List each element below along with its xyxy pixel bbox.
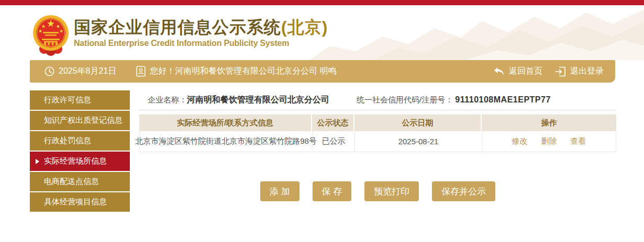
title-region-text: (北京) bbox=[281, 18, 328, 37]
col-header-status: 公示状态 bbox=[312, 114, 354, 131]
site-header: 国家企业信用信息公示系统(北京) National Enterprise Cre… bbox=[0, 5, 644, 60]
delete-link[interactable]: 删除 bbox=[541, 136, 557, 146]
sidebar-item-label: 知识产权出质登记信息 bbox=[44, 116, 123, 125]
page-title: 国家企业信用信息公示系统(北京) bbox=[74, 17, 328, 38]
title-cn-text: 国家企业信用信息公示系统 bbox=[74, 18, 281, 37]
company-name-label: 企业名称： bbox=[148, 95, 187, 105]
sidebar-item-ip-pledge[interactable]: 知识产权出质登记信息 bbox=[30, 111, 130, 130]
date-group: 2025年8月21日 bbox=[45, 66, 116, 77]
credit-code-group: 统一社会信用代码/注册号： 91110108MAE1EPTP77 bbox=[357, 95, 551, 105]
user-bar: 2025年8月21日 您好！河南明和餐饮管理有限公司北京分公司 明鸣 返回首页 bbox=[30, 60, 615, 83]
logout-label: 退出登录 bbox=[570, 66, 604, 77]
company-name-value: 河南明和餐饮管理有限公司北京分公司 bbox=[187, 95, 329, 106]
sidebar-item-label: 具体经营项目信息 bbox=[44, 197, 107, 207]
sidebar-item-label: 实际经营场所信息 bbox=[44, 156, 107, 166]
top-red-strip bbox=[0, 0, 644, 5]
back-home-link[interactable]: 返回首页 bbox=[493, 66, 542, 77]
company-info-row: 企业名称： 河南明和餐饮管理有限公司北京分公司 统一社会信用代码/注册号： 91… bbox=[139, 90, 616, 110]
add-button[interactable]: 添 加 bbox=[260, 181, 299, 201]
logout-link[interactable]: 退出登录 bbox=[555, 66, 604, 77]
sidebar-item-administrative-license[interactable]: 行政许可信息 bbox=[30, 90, 130, 110]
sidebar-item-ecommerce-delivery[interactable]: 电商配送点信息 bbox=[30, 172, 130, 191]
save-and-publish-button[interactable]: 保存并公示 bbox=[432, 181, 495, 201]
save-button[interactable]: 保 存 bbox=[313, 181, 352, 201]
col-header-date: 公示日期 bbox=[354, 114, 482, 131]
sidebar-item-specific-business[interactable]: 具体经营项目信息 bbox=[30, 192, 130, 212]
premises-table: 实际经营场所/联系方式信息 公示状态 公示日期 操作 北京市海淀区紫竹院街道北京… bbox=[139, 114, 616, 152]
greeting-group: 您好！河南明和餐饮管理有限公司北京分公司 明鸣 bbox=[136, 66, 336, 77]
table-row: 北京市海淀区紫竹院街道北京市海淀区紫竹院路98号 已公示 2025-08-21 … bbox=[139, 131, 616, 152]
main-content: 企业名称： 河南明和餐饮管理有限公司北京分公司 统一社会信用代码/注册号： 91… bbox=[139, 90, 616, 201]
triangle-right-icon bbox=[36, 159, 39, 164]
cell-date: 2025-08-21 bbox=[355, 131, 482, 152]
sidebar-item-administrative-penalty[interactable]: 行政处罚信息 bbox=[30, 131, 130, 151]
current-date: 2025年8月21日 bbox=[59, 66, 116, 77]
edit-link[interactable]: 修改 bbox=[512, 136, 528, 146]
national-emblem-logo bbox=[32, 14, 69, 57]
col-header-premises: 实际经营场所/联系方式信息 bbox=[139, 114, 312, 131]
site-title-block: 国家企业信用信息公示系统(北京) National Enterprise Cre… bbox=[74, 17, 328, 48]
page: 国家企业信用信息公示系统(北京) National Enterprise Cre… bbox=[0, 0, 644, 242]
sidebar-menu: 行政许可信息 知识产权出质登记信息 行政处罚信息 实际经营场所信息 电商配送点信… bbox=[30, 90, 130, 213]
logout-icon bbox=[555, 66, 566, 77]
back-home-label: 返回首页 bbox=[509, 66, 542, 77]
cell-actions: 修改 删除 查看 bbox=[482, 131, 616, 152]
table-header-row: 实际经营场所/联系方式信息 公示状态 公示日期 操作 bbox=[139, 114, 616, 131]
user-greeting: 您好！河南明和餐饮管理有限公司北京分公司 明鸣 bbox=[150, 66, 336, 77]
preview-print-button[interactable]: 预览打印 bbox=[364, 181, 419, 201]
credit-code-label: 统一社会信用代码/注册号： bbox=[357, 95, 453, 104]
row-actions: 修改 删除 查看 bbox=[512, 136, 586, 146]
credit-code-value: 91110108MAE1EPTP77 bbox=[455, 95, 550, 104]
cell-address: 北京市海淀区紫竹院街道北京市海淀区紫竹院路98号 bbox=[140, 131, 313, 152]
clock-icon bbox=[45, 66, 54, 76]
user-bar-links: 返回首页 退出登录 bbox=[493, 66, 604, 77]
id-badge-icon bbox=[136, 66, 146, 77]
greatwall-watermark bbox=[309, 5, 644, 60]
return-arrow-icon bbox=[493, 67, 505, 76]
col-header-actions: 操作 bbox=[482, 114, 616, 131]
sidebar-item-label: 行政处罚信息 bbox=[44, 136, 91, 146]
cell-status: 已公示 bbox=[313, 131, 355, 152]
view-link[interactable]: 查看 bbox=[571, 136, 586, 146]
sidebar-item-label: 行政许可信息 bbox=[44, 95, 91, 105]
sidebar-item-actual-premises[interactable]: 实际经营场所信息 bbox=[30, 152, 130, 171]
page-subtitle: National Enterprise Credit Information P… bbox=[74, 39, 328, 48]
button-row: 添 加 保 存 预览打印 保存并公示 bbox=[139, 181, 616, 201]
sidebar-item-label: 电商配送点信息 bbox=[44, 177, 99, 187]
